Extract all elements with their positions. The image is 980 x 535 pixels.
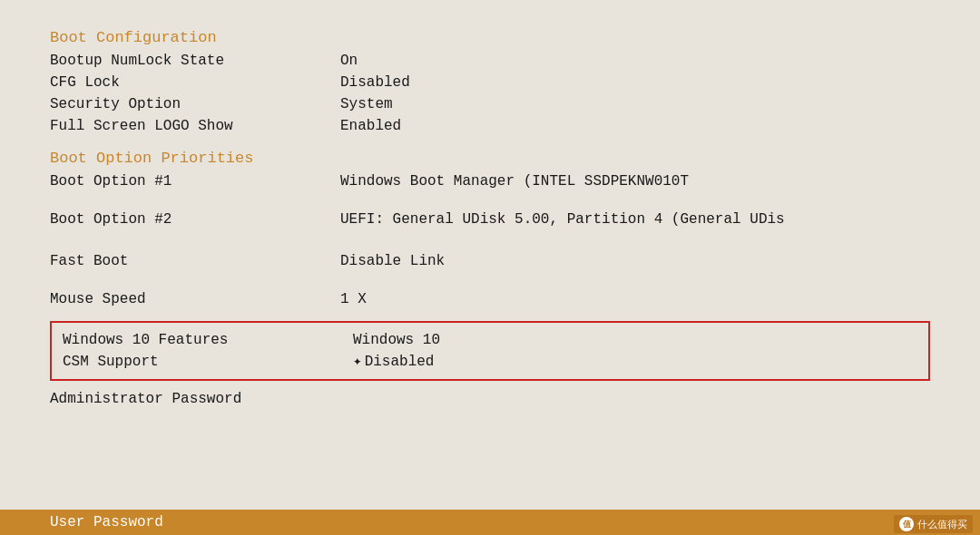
- logo-show-label: Full Screen LOGO Show: [50, 118, 340, 134]
- fast-boot-value: Disable Link: [340, 253, 445, 269]
- boot-option-2-value: UEFI: General UDisk 5.00, Partition 4 (G…: [340, 211, 785, 228]
- watermark: 值 什么值得买: [894, 515, 973, 533]
- windows10-features-row: Windows 10 Features Windows 10: [63, 330, 917, 350]
- cfglock-value: Disabled: [340, 74, 410, 91]
- boot-option-2-row: Boot Option #2 UEFI: General UDisk 5.00,…: [50, 209, 930, 230]
- security-option-row: Security Option System: [50, 93, 930, 115]
- numlock-label: Bootup NumLock State: [50, 53, 340, 69]
- boot-configuration-header: Boot Configuration: [50, 29, 930, 46]
- mouse-speed-row: Mouse Speed 1 X: [50, 288, 930, 310]
- watermark-text: 什么值得买: [917, 518, 967, 531]
- logo-show-row: Full Screen LOGO Show Enabled: [50, 115, 930, 137]
- csm-support-value: ✦Disabled: [353, 352, 434, 370]
- main-content: Boot Configuration Bootup NumLock State …: [0, 0, 980, 412]
- csm-support-row: CSM Support ✦Disabled: [63, 350, 917, 372]
- boot-option-2-label: Boot Option #2: [50, 211, 340, 228]
- fast-boot-row: Fast Boot Disable Link: [50, 250, 930, 272]
- numlock-value: On: [340, 53, 358, 69]
- numlock-row: Bootup NumLock State On: [50, 50, 930, 72]
- boot-option-1-value: Windows Boot Manager (INTEL SSDPEKNW010T: [340, 173, 689, 190]
- windows10-features-value: Windows 10: [353, 332, 440, 348]
- highlighted-box: Windows 10 Features Windows 10 CSM Suppo…: [50, 321, 930, 381]
- user-password-bar[interactable]: User Password: [0, 510, 980, 535]
- star-icon: ✦: [353, 354, 362, 370]
- boot-configuration-section: Boot Configuration Bootup NumLock State …: [50, 29, 930, 137]
- mouse-speed-label: Mouse Speed: [50, 291, 340, 307]
- fast-boot-label: Fast Boot: [50, 253, 340, 269]
- logo-show-value: Enabled: [340, 118, 401, 134]
- boot-option-1-row: Boot Option #1 Windows Boot Manager (INT…: [50, 170, 930, 192]
- mouse-speed-value: 1 X: [340, 291, 367, 307]
- cfglock-row: CFG Lock Disabled: [50, 72, 930, 93]
- security-option-value: System: [340, 96, 393, 112]
- csm-support-label: CSM Support: [63, 354, 353, 370]
- cfglock-label: CFG Lock: [50, 74, 340, 91]
- admin-password-row: Administrator Password: [50, 386, 930, 412]
- watermark-icon: 值: [899, 517, 914, 531]
- user-password-label: User Password: [50, 514, 163, 530]
- boot-option-priorities-section: Boot Option Priorities Boot Option #1 Wi…: [50, 150, 930, 230]
- security-option-label: Security Option: [50, 96, 340, 112]
- windows10-features-label: Windows 10 Features: [63, 332, 353, 348]
- admin-password-label: Administrator Password: [50, 391, 241, 407]
- boot-option-1-label: Boot Option #1: [50, 173, 340, 190]
- boot-option-priorities-header: Boot Option Priorities: [50, 150, 930, 167]
